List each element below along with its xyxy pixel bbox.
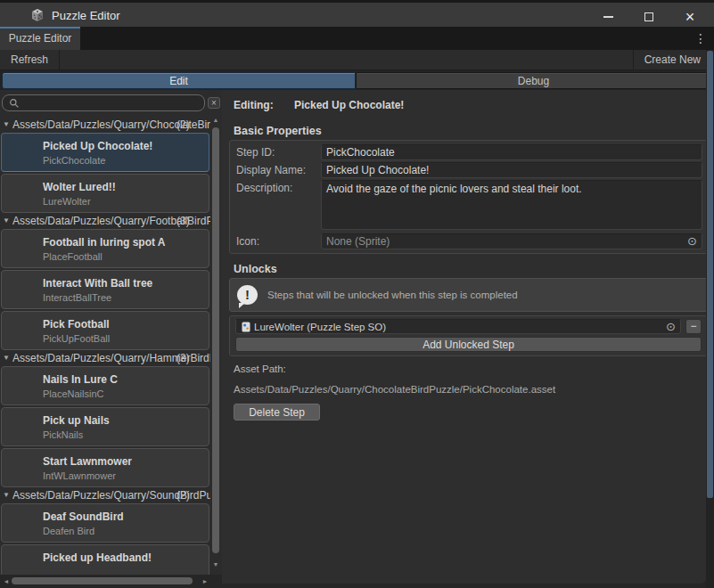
step-title: Pick Football <box>43 318 110 331</box>
group-header[interactable]: ▼Assets/Data/Puzzles/Quarry/FootballBird… <box>0 215 222 227</box>
puzzle-step-item[interactable]: Nails In Lure CPlaceNailsinC <box>1 366 209 405</box>
scroll-up-icon[interactable]: ▲ <box>210 117 221 123</box>
create-new-button[interactable]: Create New <box>633 50 711 69</box>
search-field[interactable] <box>2 94 205 111</box>
display-name-input[interactable] <box>321 162 702 178</box>
step-id-input[interactable] <box>321 144 702 160</box>
step-id: PickUpFootBall <box>43 333 110 344</box>
die-app-icon <box>30 8 45 25</box>
sidebar-vertical-scrollbar[interactable]: ▲ ▼ <box>210 115 221 575</box>
step-id: Deafen Bird <box>43 526 94 536</box>
editing-label: Editing: <box>234 99 274 111</box>
display-name-row: Display Name: <box>236 162 702 178</box>
window-vscroll-thumb[interactable] <box>707 51 713 498</box>
scriptable-object-icon <box>241 322 251 332</box>
description-label: Description: <box>236 180 321 196</box>
step-title: Pick up Nails <box>43 414 110 427</box>
refresh-button[interactable]: Refresh <box>0 50 60 69</box>
unlock-entries: LureWolter (Puzzle Step SO)⊙− <box>235 319 702 334</box>
search-clear-button[interactable]: × <box>208 97 220 109</box>
display-name-label: Display Name: <box>236 162 321 178</box>
scroll-left-icon[interactable]: ◄ <box>1 578 12 584</box>
step-title: Start Lawnmower <box>43 455 132 468</box>
step-id-label: Step ID: <box>236 144 321 160</box>
step-title: Picked Up Chocolate! <box>43 140 152 152</box>
unlocks-title: Unlocks <box>234 263 277 275</box>
unlock-object-field[interactable]: LureWolter (Puzzle Step SO)⊙ <box>235 319 681 334</box>
step-title: Deaf SoundBird <box>43 510 124 523</box>
puzzle-editor-window: Puzzle Editor × Puzzle Editor ⋮ Refresh … <box>0 0 714 588</box>
group-count: (3) <box>176 215 190 227</box>
group-count: (2) <box>176 489 190 502</box>
close-icon: × <box>685 10 695 24</box>
step-id: PlaceFootball <box>43 251 103 262</box>
group-count: (2) <box>176 118 190 131</box>
asset-path-label: Asset Path: <box>234 363 286 374</box>
group-header[interactable]: ▼Assets/Data/Puzzles/Quarry/ChocolateBir… <box>0 118 222 131</box>
scroll-right-icon[interactable]: ► <box>200 578 210 584</box>
foldout-icon: ▼ <box>3 216 10 225</box>
sidebar-horizontal-scrollbar[interactable]: ◄ ► <box>0 575 222 587</box>
puzzle-step-item[interactable]: Start LawnmowerIntWLawnmower <box>1 448 209 487</box>
step-id: LureWolter <box>43 196 91 207</box>
step-title: Wolter Lured!! <box>43 181 116 193</box>
step-title: Picked up Headband! <box>43 551 152 564</box>
step-id: PickNails <box>43 429 83 440</box>
delete-step-button[interactable]: Delete Step <box>234 404 320 421</box>
add-unlocked-step-button[interactable]: Add Unlocked Step <box>235 337 702 352</box>
unlocks-help-box: ! Steps that will be unlocked when this … <box>229 278 708 312</box>
asset-path-value: Assets/Data/Puzzles/Quarry/ChocolateBird… <box>234 384 555 395</box>
foldout-icon: ▼ <box>3 354 10 362</box>
window-title: Puzzle Editor <box>52 9 120 22</box>
editing-header: Editing: Picked Up Chocolate! <box>234 99 404 111</box>
toolbar: Refresh Create New <box>0 50 714 70</box>
step-title: Nails In Lure C <box>43 373 118 386</box>
minimize-button[interactable] <box>587 5 628 28</box>
close-button[interactable]: × <box>669 5 710 28</box>
puzzle-step-item[interactable]: Pick up NailsPickNails <box>1 407 209 446</box>
scroll-down-icon[interactable]: ▼ <box>210 561 221 568</box>
tab-menu-button[interactable]: ⋮ <box>694 30 707 46</box>
puzzle-step-item[interactable]: Football in luring spot APlaceFootball <box>1 229 209 268</box>
object-picker-icon[interactable]: ⊙ <box>666 321 676 333</box>
description-input[interactable]: Avoid the gaze of the picnic lovers and … <box>321 180 702 230</box>
puzzle-step-item[interactable]: Wolter Lured!!LureWolter <box>1 174 209 213</box>
step-id: PlaceNailsinC <box>43 388 103 399</box>
maximize-icon <box>644 12 653 21</box>
group-count: (3) <box>176 352 190 364</box>
remove-unlock-button[interactable]: − <box>685 319 702 334</box>
basic-properties-box: Step ID: Display Name: Description: Avoi… <box>229 140 708 254</box>
unlocks-list-box: LureWolter (Puzzle Step SO)⊙− Add Unlock… <box>229 315 708 356</box>
step-title: Interact With Ball tree <box>43 277 152 290</box>
maximize-button[interactable] <box>628 5 669 28</box>
foldout-icon: ▼ <box>3 491 10 499</box>
puzzle-step-list: ▼Assets/Data/Puzzles/Quarry/ChocolateBir… <box>0 115 222 575</box>
mode-tabs: Edit Debug <box>0 70 714 90</box>
unlock-entry: LureWolter (Puzzle Step SO)⊙− <box>235 319 702 334</box>
search-input[interactable] <box>22 96 201 110</box>
puzzle-step-item[interactable]: Deaf SoundBirdDeafen Bird <box>1 503 209 543</box>
description-row: Description: Avoid the gaze of the picni… <box>236 180 702 232</box>
group-header[interactable]: ▼Assets/Data/Puzzles/Quarry/HammerBirdPu… <box>0 352 222 364</box>
sidebar: × ▼Assets/Data/Puzzles/Quarry/ChocolateB… <box>0 90 222 586</box>
group-header[interactable]: ▼Assets/Data/Puzzles/Quarry/SoundBirdPuz… <box>0 489 222 502</box>
tab-puzzle-editor[interactable]: Puzzle Editor <box>0 27 80 50</box>
search-icon <box>9 98 20 109</box>
step-id: InteractBallTree <box>43 292 111 303</box>
window-vertical-scrollbar[interactable] <box>706 50 714 588</box>
puzzle-step-item[interactable]: Pick FootballPickUpFootBall <box>1 311 209 350</box>
tab-bar: Puzzle Editor ⋮ <box>0 27 714 50</box>
foldout-icon: ▼ <box>3 120 10 128</box>
puzzle-step-item[interactable]: Picked Up Chocolate!PickChocolate <box>1 133 209 172</box>
icon-object-field[interactable]: None (Sprite) ⊙ <box>321 233 702 249</box>
info-bubble-icon: ! <box>237 285 258 305</box>
tab-edit[interactable]: Edit <box>2 72 356 89</box>
puzzle-step-item[interactable]: Interact With Ball treeInteractBallTree <box>1 270 209 309</box>
sidebar-vscroll-thumb[interactable] <box>212 127 219 553</box>
step-id: PickChocolate <box>43 155 105 166</box>
unlock-object-name: LureWolter (Puzzle Step SO) <box>254 322 666 332</box>
puzzle-step-item[interactable]: Picked up Headband! <box>1 544 209 575</box>
tab-debug[interactable]: Debug <box>356 72 711 89</box>
object-picker-icon[interactable]: ⊙ <box>687 235 697 248</box>
sidebar-hscroll-thumb[interactable] <box>12 577 193 584</box>
